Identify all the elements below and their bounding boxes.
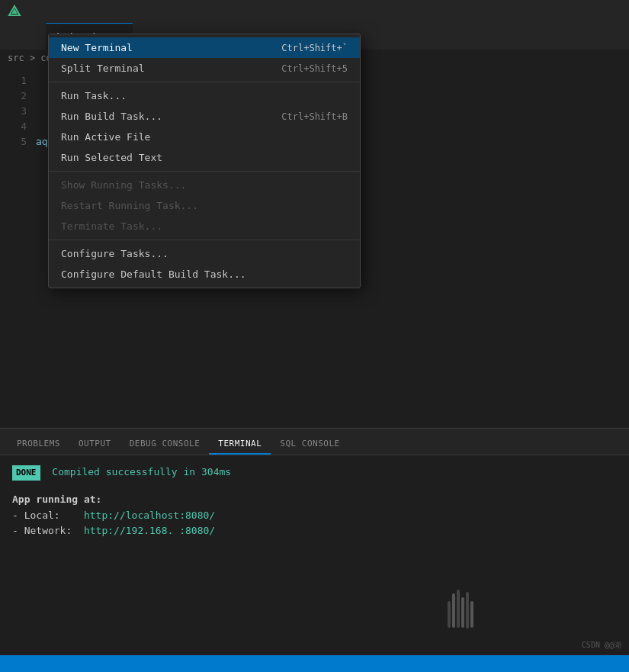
status-bar [0,655,629,672]
menu-item-run-active-file[interactable]: Run Active File [49,127,360,147]
menu-item-terminate-task: Terminate Task... [49,216,360,236]
panel-tabs: PROBLEMS OUTPUT DEBUG CONSOLE TERMINAL S… [0,429,629,455]
network-url[interactable]: http://192.168. :8080/ [84,525,215,536]
terminal-dropdown-menu: New Terminal Ctrl+Shift+` Split Terminal… [48,34,361,288]
bottom-panel: PROBLEMS OUTPUT DEBUG CONSOLE TERMINAL S… [0,428,629,672]
menu-item-restart-running-task: Restart Running Task... [49,195,360,216]
line-number: 1 [8,75,27,86]
menu-separator-2 [49,171,360,172]
tab-problems[interactable]: PROBLEMS [8,434,69,455]
top-bar [0,0,629,23]
vue-logo-icon [8,5,21,18]
local-url[interactable]: http://localhost:8080/ [84,510,215,521]
compile-status-line: DONE Compiled successfully in 304ms [12,465,617,481]
menu-item-configure-tasks[interactable]: Configure Tasks... [49,243,360,264]
menu-item-run-build-task[interactable]: Run Build Task... Ctrl+Shift+B [49,106,360,127]
svg-rect-5 [461,597,464,628]
tab-sql-console[interactable]: SQL CONSOLE [271,434,348,455]
tab-terminal[interactable]: TERMINAL [209,434,271,455]
line-number: 2 [8,90,27,101]
menu-item-split-terminal[interactable]: Split Terminal Ctrl+Shift+5 [49,58,360,79]
svg-rect-3 [452,593,455,628]
app-running-line: App running at: [12,492,617,508]
line-number: 5 [8,136,27,147]
svg-rect-4 [457,590,460,628]
menu-item-run-task[interactable]: Run Task... [49,85,360,106]
menu-item-configure-default-build-task[interactable]: Configure Default Build Task... [49,264,360,285]
menu-item-label: Run Active File [61,131,150,143]
menu-separator-3 [49,240,360,240]
menu-item-run-selected-text[interactable]: Run Selected Text [49,147,360,168]
menu-item-label: Terminate Task... [61,220,162,232]
menu-item-show-running-tasks: Show Running Tasks... [49,175,360,195]
menu-item-label: Configure Default Build Task... [61,268,246,280]
menu-item-shortcut: Ctrl+Shift+B [281,111,348,122]
menu-item-label: Show Running Tasks... [61,179,186,191]
network-url-line: - Network: http://192.168. :8080/ [12,523,617,539]
tab-output[interactable]: OUTPUT [69,434,120,455]
menu-item-shortcut: Ctrl+Shift+5 [281,63,348,74]
terminal-content: DONE Compiled successfully in 304ms App … [0,455,629,548]
menu-item-label: Run Task... [61,90,127,101]
menu-item-label: Split Terminal [61,63,145,74]
app-running-label: App running at: [12,494,101,505]
svg-rect-6 [466,592,469,629]
menu-item-label: Configure Tasks... [61,248,168,259]
local-label: - Local: [12,510,60,521]
local-url-line: - Local: http://localhost:8080/ [12,508,617,524]
menu-item-shortcut: Ctrl+Shift+` [281,43,348,53]
menu-separator-1 [49,82,360,82]
line-number: 4 [8,121,27,132]
network-label: - Network: [12,525,72,536]
menu-item-label: New Terminal [61,42,133,53]
watermark: CSDN @@湖 [582,640,621,651]
svg-rect-2 [448,601,451,628]
svg-rect-7 [470,601,473,628]
tab-debug-console[interactable]: DEBUG CONSOLE [120,434,210,455]
line-number: 3 [8,105,27,117]
menu-item-label: Run Selected Text [61,152,162,163]
menu-item-label: Restart Running Task... [61,200,198,211]
done-badge: DONE [12,465,40,481]
waveform-decoration [446,586,477,634]
menu-item-new-terminal[interactable]: New Terminal Ctrl+Shift+` [49,37,360,58]
menu-item-label: Run Build Task... [61,111,162,122]
editor-area: index.js M src > components > template 1… [0,23,629,221]
compile-message: Compiled successfully in 304ms [52,466,231,477]
